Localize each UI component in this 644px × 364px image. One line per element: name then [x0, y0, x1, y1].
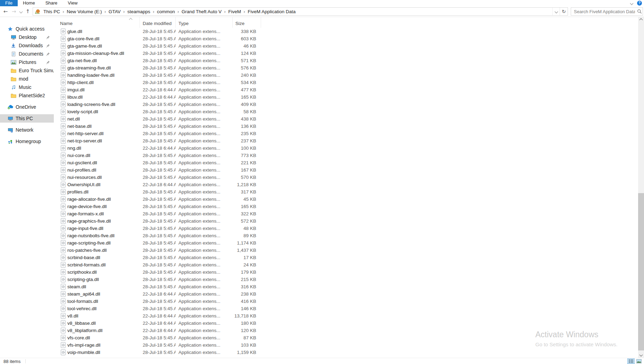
- file-row[interactable]: glue.dll28-Jul-18 5:45 AMApplication ext…: [54, 28, 261, 35]
- help-icon[interactable]: ?: [637, 1, 642, 6]
- tab-home[interactable]: Home: [18, 0, 40, 6]
- sidebar-item-this-pc[interactable]: This PC: [0, 114, 54, 123]
- sidebar-item-downloads[interactable]: Downloads: [0, 41, 54, 50]
- file-size: 322 KB: [233, 210, 261, 217]
- file-row[interactable]: imgui.dll22-Jul-18 6:44 AMApplication ex…: [54, 86, 261, 93]
- forward-button[interactable]: →: [10, 7, 18, 16]
- file-row[interactable]: nng.dll22-Jul-18 6:44 AMApplication exte…: [54, 144, 261, 152]
- sidebar-item-desktop[interactable]: Desktop: [0, 33, 54, 41]
- file-row[interactable]: nui-gsclient.dll28-Jul-18 5:45 AMApplica…: [54, 159, 261, 166]
- search-icon[interactable]: [636, 9, 643, 14]
- breadcrumb-separator-icon[interactable]: ›: [242, 9, 246, 14]
- breadcrumb-separator-icon[interactable]: ›: [61, 9, 65, 14]
- sidebar-item-documents[interactable]: Documents: [0, 50, 54, 58]
- breadcrumb-item[interactable]: This PC: [42, 9, 61, 14]
- file-row[interactable]: scrbind-base.dll28-Jul-18 5:45 AMApplica…: [54, 254, 261, 261]
- file-row[interactable]: http-client.dll28-Jul-18 5:45 AMApplicat…: [54, 79, 261, 86]
- file-row[interactable]: ros-patches-five.dll28-Jul-18 5:45 AMApp…: [54, 247, 261, 254]
- recent-locations-icon[interactable]: [18, 7, 24, 16]
- breadcrumb-item[interactable]: Grand Theft Auto V: [180, 9, 223, 14]
- file-row[interactable]: v8_libbase.dll22-Jul-18 6:44 AMApplicati…: [54, 320, 261, 327]
- file-row[interactable]: net-tcp-server.dll28-Jul-18 5:45 AMAppli…: [54, 137, 261, 144]
- file-row[interactable]: gta-core-five.dll28-Jul-18 5:45 AMApplic…: [54, 35, 261, 42]
- file-row[interactable]: tool-vehrec.dll28-Jul-18 5:45 AMApplicat…: [54, 305, 261, 312]
- thumbnails-view-button[interactable]: [635, 358, 643, 364]
- file-row[interactable]: vfs-impl-rage.dll28-Jul-18 5:45 AMApplic…: [54, 341, 261, 349]
- breadcrumb-separator-icon[interactable]: ›: [223, 9, 227, 14]
- file-row[interactable]: scrbind-formats.dll28-Jul-18 5:45 AMAppl…: [54, 261, 261, 268]
- sidebar-item-music[interactable]: Music: [0, 83, 54, 91]
- tab-file[interactable]: File: [0, 0, 18, 6]
- file-row[interactable]: lovely-script.dll28-Jul-18 5:45 AMApplic…: [54, 108, 261, 115]
- file-row[interactable]: v8.dll22-Jul-18 6:44 AMApplication exten…: [54, 312, 261, 320]
- sidebar-item-mod[interactable]: mod: [0, 75, 54, 83]
- file-row[interactable]: profiles.dll28-Jul-18 5:45 AMApplication…: [54, 188, 261, 196]
- ribbon-expand-icon[interactable]: [630, 1, 634, 5]
- back-button[interactable]: ←: [1, 7, 10, 16]
- file-row[interactable]: vfs-core.dll28-Jul-18 5:45 AMApplication…: [54, 334, 261, 341]
- file-row[interactable]: gta-game-five.dll28-Jul-18 5:45 AMApplic…: [54, 42, 261, 50]
- tab-share[interactable]: Share: [40, 0, 63, 6]
- file-row[interactable]: rage-formats-x.dll28-Jul-18 5:45 AMAppli…: [54, 210, 261, 217]
- column-header-type[interactable]: Type: [176, 17, 233, 28]
- address-dropdown-icon[interactable]: [552, 8, 560, 15]
- up-button[interactable]: ↑: [24, 7, 32, 16]
- breadcrumb-item[interactable]: FiveM Application Data: [246, 9, 297, 14]
- file-row[interactable]: rage-device-five.dll28-Jul-18 5:45 AMApp…: [54, 203, 261, 210]
- file-row[interactable]: rage-input-five.dll28-Jul-18 5:45 AMAppl…: [54, 225, 261, 232]
- file-row[interactable]: steam.dll28-Jul-18 5:45 AMApplication ex…: [54, 283, 261, 290]
- address-bar[interactable]: This PC›New Volume (E:)›GTAV›steamapps›c…: [33, 7, 568, 16]
- file-row[interactable]: net-http-server.dll28-Jul-18 5:45 AMAppl…: [54, 130, 261, 137]
- file-row[interactable]: net-base.dll28-Jul-18 5:45 AMApplication…: [54, 123, 261, 130]
- breadcrumb-item[interactable]: common: [156, 9, 176, 14]
- file-row[interactable]: gta-net-five.dll28-Jul-18 5:45 AMApplica…: [54, 57, 261, 64]
- sidebar-item-euro-truck-simulato[interactable]: Euro Truck Simulato: [0, 66, 54, 75]
- file-row[interactable]: rage-scripting-five.dll28-Jul-18 5:45 AM…: [54, 239, 261, 247]
- scrollbar-thumb[interactable]: [638, 193, 644, 350]
- file-row[interactable]: rage-allocator-five.dll28-Jul-18 5:45 AM…: [54, 196, 261, 203]
- vertical-scrollbar[interactable]: [638, 17, 644, 358]
- sidebar-item-pictures[interactable]: Pictures: [0, 58, 54, 66]
- file-row[interactable]: scripting-gta.dll28-Jul-18 5:45 AMApplic…: [54, 276, 261, 283]
- breadcrumb-separator-icon[interactable]: ›: [103, 9, 107, 14]
- sidebar-item-network[interactable]: Network: [0, 126, 54, 134]
- breadcrumb-separator-icon[interactable]: ›: [176, 9, 180, 14]
- file-row[interactable]: nui-resources.dll28-Jul-18 5:45 AMApplic…: [54, 174, 261, 181]
- file-row[interactable]: voip-mumble.dll28-Jul-18 5:45 AMApplicat…: [54, 349, 261, 356]
- scroll-down-icon[interactable]: [638, 352, 644, 358]
- sidebar-item-onedrive[interactable]: OneDrive: [0, 103, 54, 111]
- column-header-name[interactable]: Name: [54, 17, 140, 28]
- file-row[interactable]: steam_api64.dll22-Jul-18 6:44 AMApplicat…: [54, 290, 261, 298]
- breadcrumb-item[interactable]: New Volume (E:): [65, 9, 103, 14]
- file-row[interactable]: loading-screens-five.dll28-Jul-18 5:45 A…: [54, 101, 261, 108]
- breadcrumb-item[interactable]: steamapps: [126, 9, 152, 14]
- file-row[interactable]: rage-graphics-five.dll28-Jul-18 5:45 AMA…: [54, 217, 261, 225]
- refresh-icon[interactable]: ↻: [560, 8, 568, 15]
- column-header-date-modified[interactable]: Date modified: [140, 17, 176, 28]
- file-row[interactable]: v8_libplatform.dll22-Jul-18 6:44 AMAppli…: [54, 327, 261, 334]
- file-row[interactable]: nui-core.dll28-Jul-18 5:45 AMApplication…: [54, 152, 261, 159]
- file-row[interactable]: rage-nutsnbolts-five.dll28-Jul-18 5:45 A…: [54, 232, 261, 239]
- file-row[interactable]: tool-formats.dll28-Jul-18 5:45 AMApplica…: [54, 298, 261, 305]
- breadcrumb-separator-icon[interactable]: ›: [122, 9, 126, 14]
- file-row[interactable]: gta-streaming-five.dll28-Jul-18 5:45 AMA…: [54, 64, 261, 72]
- sidebar-item-planetside2[interactable]: PlanetSide2: [0, 91, 54, 100]
- file-name-cell: steam_api64.dll: [54, 290, 140, 298]
- breadcrumb-item[interactable]: GTAV: [107, 9, 122, 14]
- sidebar-item-quick-access[interactable]: Quick access: [0, 25, 54, 33]
- file-row[interactable]: handling-loader-five.dll28-Jul-18 5:45 A…: [54, 72, 261, 79]
- file-row[interactable]: OwnershipUI.dll22-Jul-18 6:44 AMApplicat…: [54, 181, 261, 188]
- details-view-button[interactable]: [627, 358, 635, 364]
- breadcrumb-item[interactable]: FiveM: [227, 9, 242, 14]
- file-row[interactable]: gta-mission-cleanup-five.dll28-Jul-18 5:…: [54, 50, 261, 57]
- file-row[interactable]: libuv.dll22-Jul-18 6:44 AMApplication ex…: [54, 93, 261, 101]
- scroll-up-icon[interactable]: [638, 17, 644, 23]
- file-row[interactable]: nui-profiles.dll28-Jul-18 5:45 AMApplica…: [54, 166, 261, 174]
- file-row[interactable]: net.dll28-Jul-18 5:45 AMApplication exte…: [54, 115, 261, 123]
- sidebar-item-homegroup[interactable]: Homegroup: [0, 137, 54, 146]
- search-input[interactable]: [571, 9, 636, 14]
- column-header-size[interactable]: Size: [233, 17, 261, 28]
- file-row[interactable]: scripthookv.dll28-Jul-18 5:45 AMApplicat…: [54, 268, 261, 276]
- tab-view[interactable]: View: [62, 0, 83, 6]
- breadcrumb-separator-icon[interactable]: ›: [152, 9, 156, 14]
